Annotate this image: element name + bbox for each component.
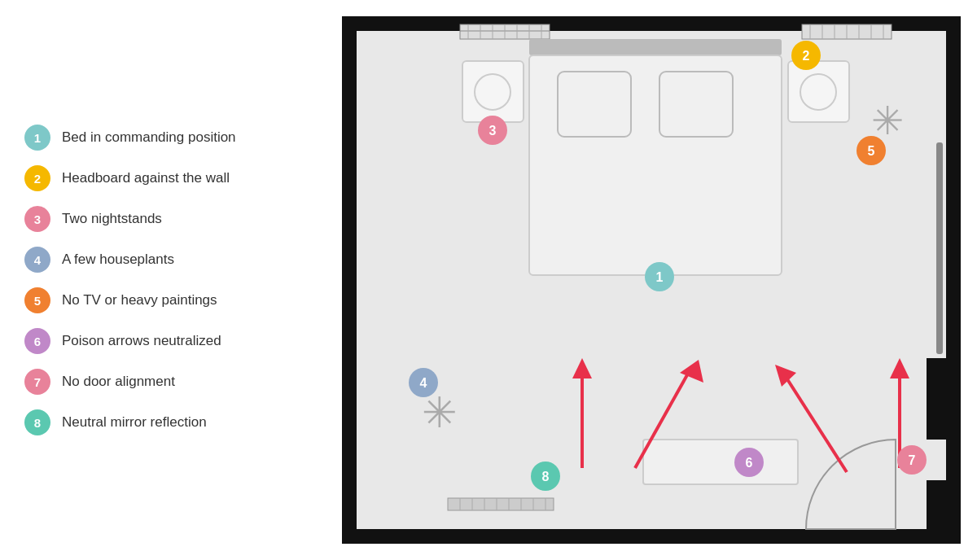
plant-decoration-right: ✳ (871, 99, 904, 142)
svg-text:4: 4 (420, 376, 427, 390)
legend-label-5: No TV or heavy paintings (62, 292, 217, 308)
legend-item-2: 2Headboard against the wall (24, 165, 318, 191)
svg-rect-33 (659, 72, 733, 137)
legend-label-1: Bed in commanding position (62, 129, 236, 146)
svg-point-37 (800, 74, 836, 110)
legend-label-2: Headboard against the wall (62, 170, 230, 186)
legend-label-6: Poison arrows neutralized (62, 333, 221, 349)
floorplan-wrapper: ✳ ✳ 1 (342, 16, 961, 544)
svg-text:2: 2 (803, 49, 810, 63)
legend-item-1: 1Bed in commanding position (24, 125, 318, 151)
svg-rect-20 (927, 480, 961, 544)
legend-item-8: 8Neutral mirror reflection (24, 409, 318, 435)
svg-point-35 (475, 74, 510, 110)
legend-item-3: 3Two nightstands (24, 206, 318, 232)
floorplan-svg: ✳ ✳ 1 (342, 16, 961, 544)
svg-text:3: 3 (489, 124, 497, 138)
legend-item-7: 7No door alignment (24, 369, 318, 395)
svg-rect-19 (927, 358, 961, 440)
svg-text:5: 5 (868, 144, 875, 158)
legend-badge-2: 2 (24, 165, 50, 191)
svg-rect-21 (448, 498, 554, 510)
svg-rect-40 (936, 142, 943, 354)
svg-text:6: 6 (746, 456, 753, 470)
svg-text:8: 8 (542, 470, 550, 483)
svg-rect-30 (529, 39, 782, 55)
legend-badge-4: 4 (24, 247, 50, 273)
legend-item-4: 4A few houseplants (24, 247, 318, 273)
svg-text:1: 1 (656, 270, 664, 284)
legend-item-6: 6Poison arrows neutralized (24, 328, 318, 354)
legend-label-7: No door alignment (62, 374, 175, 390)
legend-badge-5: 5 (24, 287, 50, 313)
legend-label-4: A few houseplants (62, 252, 174, 268)
legend-badge-3: 3 (24, 206, 50, 232)
legend-label-8: Neutral mirror reflection (62, 414, 207, 431)
svg-text:7: 7 (909, 453, 916, 467)
svg-rect-38 (643, 440, 798, 484)
legend-badge-8: 8 (24, 409, 50, 435)
legend-badge-6: 6 (24, 328, 50, 354)
main-container: 1Bed in commanding position2Headboard ag… (0, 0, 977, 560)
legend-badge-1: 1 (24, 125, 50, 151)
legend-item-5: 5No TV or heavy paintings (24, 287, 318, 313)
legend: 1Bed in commanding position2Headboard ag… (16, 125, 318, 435)
legend-badge-7: 7 (24, 369, 50, 395)
legend-label-3: Two nightstands (62, 211, 162, 227)
svg-rect-32 (558, 72, 631, 137)
